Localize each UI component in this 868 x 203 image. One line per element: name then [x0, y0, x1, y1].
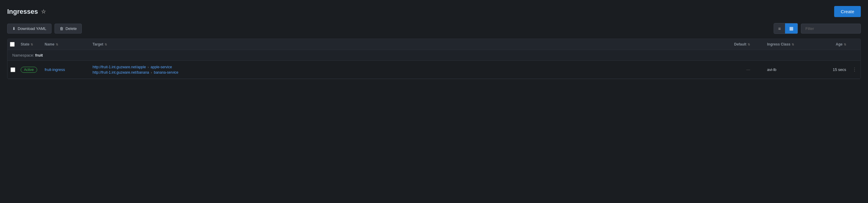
name-sort-icon: ⇅	[56, 43, 58, 46]
grid-icon: ▦	[789, 26, 794, 31]
target-entry-1: http://fruit-1.int.guzware.net/banana › …	[93, 70, 179, 74]
delete-label: Delete	[66, 26, 77, 31]
filter-input[interactable]	[801, 24, 861, 34]
download-yaml-button[interactable]: ⬇ Download YAML	[7, 24, 52, 34]
target-url-0[interactable]: http://fruit-1.int.guzware.net/apple	[93, 65, 146, 69]
header-row: Ingresses ☆ Create	[7, 6, 861, 17]
target-url-1[interactable]: http://fruit-1.int.guzware.net/banana	[93, 70, 149, 74]
th-state[interactable]: State ⇅	[18, 42, 42, 46]
age-value: 15 secs	[833, 67, 846, 72]
delete-button[interactable]: 🗑 Delete	[55, 24, 82, 34]
ingresses-table: State ⇅ Name ⇅ Target ⇅ Default ⇅ Ingres…	[7, 39, 861, 79]
th-target[interactable]: Target ⇅	[90, 42, 732, 46]
trash-icon: 🗑	[60, 26, 63, 31]
target-entry-0: http://fruit-1.int.guzware.net/apple › a…	[93, 65, 172, 69]
ingress-class-sort-icon: ⇅	[792, 43, 794, 46]
favorite-icon[interactable]: ☆	[41, 8, 46, 15]
namespace-group-fruit: Namespace: fruit	[7, 50, 861, 61]
th-age[interactable]: Age ⇅	[818, 42, 848, 46]
ingress-name-link[interactable]: fruit-ingress	[44, 67, 65, 72]
create-button[interactable]: Create	[834, 6, 861, 17]
td-targets: http://fruit-1.int.guzware.net/apple › a…	[90, 63, 732, 77]
th-state-label: State	[21, 42, 29, 46]
toolbar-row: ⬇ Download YAML 🗑 Delete ≡ ▦	[7, 23, 861, 34]
th-name-label: Name	[44, 42, 55, 46]
th-default-label: Default	[734, 42, 746, 46]
page-title-text: Ingresses	[7, 8, 38, 15]
ingress-class-value: avi-lb	[767, 67, 776, 72]
target-arrow-icon-0: ›	[148, 65, 149, 69]
list-view-button[interactable]: ≡	[774, 23, 785, 34]
select-all-checkbox[interactable]	[10, 42, 15, 47]
namespace-label: Namespace:	[12, 53, 34, 58]
td-more-actions: ⋮	[848, 63, 861, 76]
td-state: Active	[18, 64, 42, 75]
td-default: —	[732, 65, 765, 74]
th-ingress-class[interactable]: Ingress Class ⇅	[765, 42, 818, 46]
toolbar-right: ≡ ▦	[774, 23, 861, 34]
th-default[interactable]: Default ⇅	[732, 42, 765, 46]
td-age: 15 secs	[818, 65, 848, 74]
td-ingress-class: avi-lb	[765, 65, 818, 74]
target-service-0: apple-service	[151, 65, 172, 69]
td-name: fruit-ingress	[42, 65, 90, 74]
default-sort-icon: ⇅	[748, 43, 750, 46]
state-sort-icon: ⇅	[31, 43, 33, 46]
list-icon: ≡	[778, 26, 781, 31]
age-sort-icon: ⇅	[844, 43, 846, 46]
download-yaml-label: Download YAML	[18, 26, 46, 31]
row-checkbox[interactable]	[10, 67, 15, 72]
td-checkbox	[7, 65, 18, 74]
view-toggle: ≡ ▦	[774, 23, 798, 34]
target-arrow-icon-1: ›	[151, 71, 152, 74]
th-name[interactable]: Name ⇅	[42, 42, 90, 46]
table-header: State ⇅ Name ⇅ Target ⇅ Default ⇅ Ingres…	[7, 39, 861, 50]
target-sort-icon: ⇅	[104, 43, 107, 46]
th-checkbox	[7, 42, 18, 47]
namespace-name: fruit	[35, 53, 43, 58]
th-age-label: Age	[836, 42, 842, 46]
table-row: Active fruit-ingress http://fruit-1.int.…	[7, 61, 861, 79]
th-ingress-class-label: Ingress Class	[767, 42, 790, 46]
grid-view-button[interactable]: ▦	[785, 23, 798, 34]
default-value: —	[746, 67, 750, 72]
row-more-button[interactable]: ⋮	[850, 66, 859, 74]
toolbar-left: ⬇ Download YAML 🗑 Delete	[7, 24, 82, 34]
status-badge: Active	[21, 67, 37, 73]
page-title: Ingresses ☆	[7, 8, 46, 15]
target-service-1: banana-service	[154, 70, 178, 74]
th-target-label: Target	[93, 42, 103, 46]
download-icon: ⬇	[12, 26, 16, 31]
